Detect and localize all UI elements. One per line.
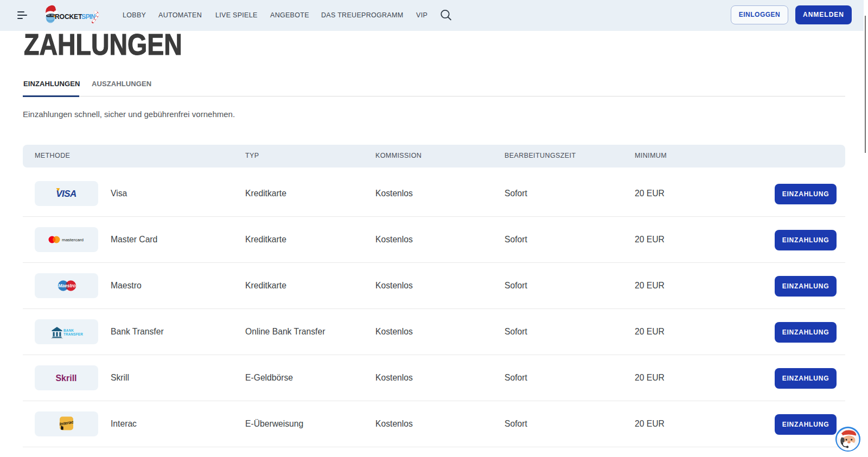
- svg-text:Maestro: Maestro: [58, 283, 76, 288]
- svg-text:TRANSFER: TRANSFER: [63, 332, 83, 336]
- svg-text:VISA: VISA: [56, 189, 76, 199]
- svg-text:BANK: BANK: [63, 329, 74, 332]
- svg-text:SPIN: SPIN: [81, 13, 95, 21]
- svg-text:ROCKET: ROCKET: [55, 13, 82, 21]
- svg-text:Skrill: Skrill: [55, 374, 76, 383]
- svg-text:mastercard: mastercard: [62, 237, 84, 242]
